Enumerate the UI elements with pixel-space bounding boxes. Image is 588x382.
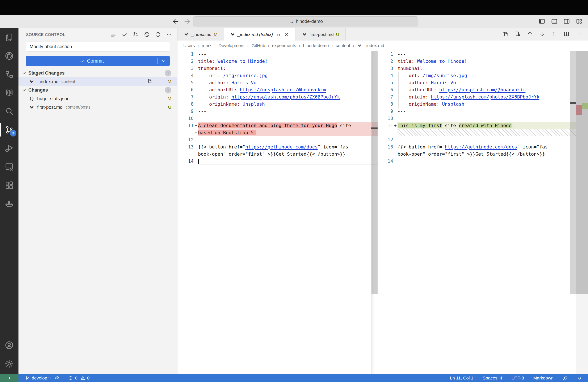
breadcrumb-item[interactable]: mark [202, 43, 212, 48]
language-mode[interactable]: Markdown [533, 376, 554, 381]
breadcrumb-item[interactable]: hinode-demo [303, 43, 329, 48]
code-line[interactable]: book-open" order="first" >}}Get Started{… [398, 150, 588, 158]
diff-sash-handle[interactable] [371, 127, 378, 129]
activity-item-accounts[interactable] [0, 336, 19, 355]
activity-item-docs[interactable] [0, 84, 19, 102]
activity-item-remote-explorer[interactable] [0, 157, 19, 176]
code-line[interactable]: author: Harris Vo [398, 79, 588, 86]
forward-button[interactable] [184, 18, 191, 25]
refresh-button[interactable] [155, 31, 161, 38]
right-pane-scrollbar[interactable] [570, 51, 576, 294]
code-line[interactable]: --- [198, 51, 378, 58]
more-actions-button[interactable] [576, 31, 582, 38]
next-change-button[interactable] [539, 31, 545, 38]
encoding[interactable]: UTF-8 [512, 376, 524, 381]
code-line[interactable] [398, 158, 588, 165]
indentation[interactable]: Spaces: 4 [483, 376, 502, 381]
code-line[interactable]: authorURL: https://unsplash.com/@hoanvok… [398, 86, 588, 93]
code-line[interactable] [398, 115, 588, 122]
open-file-button[interactable] [147, 78, 152, 85]
feedback-button[interactable] [563, 376, 568, 381]
tab--index.md-index-[interactable]: _index.md (Index) [224, 28, 296, 41]
cursor-position[interactable]: Ln 11, Col 1 [450, 376, 474, 381]
activity-item-explorer[interactable] [0, 28, 19, 47]
code-line[interactable]: --- [398, 108, 588, 115]
code-line[interactable] [398, 129, 576, 136]
commit-message-input[interactable] [26, 42, 170, 52]
scm-row-first-post.md[interactable]: first-post.mdcontent/postsU [19, 103, 177, 111]
code-line[interactable]: {{< button href="https://gethinode.com/d… [398, 143, 588, 150]
code-line[interactable]: thumbnail: [398, 65, 588, 72]
breadcrumb-item[interactable]: GitHub [251, 43, 265, 48]
code-line[interactable]: A clean documentation and blog theme for… [198, 122, 378, 129]
command-center[interactable]: hinode-demo [193, 16, 418, 26]
back-button[interactable] [172, 18, 179, 25]
code-line[interactable]: {{< button href="https://gethinode.com/d… [198, 143, 378, 150]
code-line[interactable]: originName: Unsplash [398, 101, 588, 108]
scm-row-hugo_stats.json[interactable]: hugo_stats.jsonM [19, 94, 177, 103]
activity-item-extensions[interactable] [0, 176, 19, 194]
remote-indicator[interactable] [0, 374, 19, 382]
inline-view-button[interactable] [515, 31, 521, 38]
unstage-changes-button[interactable] [156, 78, 162, 85]
breadcrumb-item[interactable]: experiments [272, 43, 296, 48]
scm-row-_index.md[interactable]: _index.mdcontentM [19, 77, 177, 86]
commit-button[interactable]: Commit [26, 56, 170, 66]
activity-item-run-and-debug[interactable] [0, 139, 19, 157]
breadcrumb-item[interactable]: content [336, 43, 350, 48]
tab--index.md[interactable]: _index.mdM [177, 28, 224, 41]
code-line[interactable] [198, 115, 378, 122]
left-pane-scrollbar[interactable] [372, 51, 378, 294]
breadcrumb-file[interactable]: _index.md [357, 43, 384, 48]
problems-status[interactable]: 0 0 [68, 376, 89, 381]
tab-first-post.md[interactable]: first-post.mdU [296, 28, 346, 41]
section-changes[interactable]: Changes1 [19, 86, 177, 94]
code-line[interactable]: origin: https://unsplash.com/photos/ZX6B… [398, 93, 588, 101]
close-tab-icon[interactable] [284, 32, 289, 37]
activity-item-docker[interactable] [0, 194, 19, 213]
code-line[interactable]: --- [198, 108, 378, 115]
more-actions-button[interactable] [166, 31, 172, 38]
notifications-button[interactable] [577, 376, 582, 381]
branch-status[interactable]: develop*+ [25, 376, 60, 381]
previous-change-button[interactable] [527, 31, 533, 38]
split-editor-button[interactable] [564, 31, 569, 38]
right-scrollbar-handle[interactable] [570, 102, 576, 104]
code-line[interactable] [198, 158, 378, 165]
code-line[interactable]: based on Bootstrap 5. [198, 129, 378, 136]
activity-item-settings[interactable] [0, 355, 19, 373]
code-line[interactable] [198, 136, 378, 143]
code-line[interactable]: title: Welcome to Hinode! [398, 58, 588, 65]
activity-item-github[interactable] [0, 47, 19, 65]
code-line[interactable]: originName: Unsplash [198, 101, 378, 108]
code-line[interactable] [398, 136, 588, 143]
breadcrumb-item[interactable]: Users [183, 43, 195, 48]
code-line[interactable]: url: /img/sunrise.jpg [198, 72, 378, 79]
code-line[interactable]: url: /img/sunrise.jpg [398, 72, 588, 79]
commit-check-button[interactable] [121, 31, 128, 38]
toggle-secondary-sidebar-button[interactable] [563, 18, 570, 26]
code-line[interactable]: book-open" order="first" >}}Get Started{… [198, 150, 378, 158]
code-line[interactable]: origin: https://unsplash.com/photos/ZX6B… [198, 93, 378, 101]
breadcrumb-item[interactable]: Development [219, 43, 245, 48]
render-whitespace-button[interactable] [551, 31, 557, 38]
activity-item-search[interactable] [0, 102, 19, 121]
code-line[interactable]: This is my first site created with Hinod… [398, 122, 576, 129]
commit-dropdown-button[interactable] [158, 56, 170, 66]
view-as-list-button[interactable] [110, 31, 117, 38]
activity-item-source-control[interactable]: 3 [0, 121, 19, 139]
toggle-panel-button[interactable] [551, 18, 558, 26]
history-button[interactable] [144, 31, 150, 38]
section-staged-changes[interactable]: Staged Changes1 [19, 69, 177, 77]
breadcrumb[interactable]: Users›mark›Development›GitHub›experiment… [177, 41, 588, 51]
code-line[interactable]: title: Welcome to Hinode! [198, 58, 378, 65]
create-branch-button[interactable] [132, 31, 139, 38]
activity-item-hierarchy[interactable] [0, 65, 19, 84]
customize-layout-button[interactable] [576, 18, 583, 26]
toggle-primary-sidebar-button[interactable] [538, 18, 545, 26]
code-line[interactable]: authorURL: https://unsplash.com/@hoanvok… [198, 86, 378, 93]
code-line[interactable]: --- [398, 51, 588, 58]
code-line[interactable]: thumbnail: [198, 65, 378, 72]
code-line[interactable]: author: Harris Vo [198, 79, 378, 86]
open-file-button[interactable] [503, 31, 509, 38]
